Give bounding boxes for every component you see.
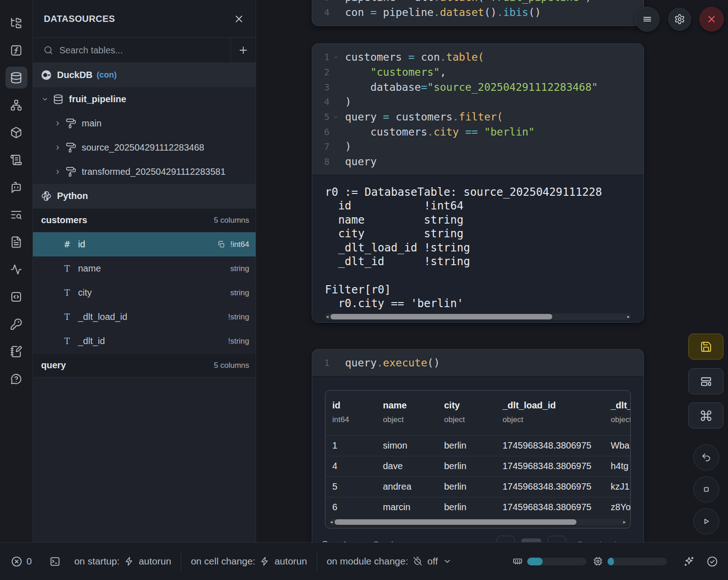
activity-item-network[interactable]: [5, 94, 27, 116]
code-cell-query[interactable]: 1customers = con.table(2 "customers",3 d…: [312, 43, 644, 323]
table-column-header[interactable]: idint64: [325, 391, 376, 435]
database-icon: [53, 94, 63, 105]
stop-button[interactable]: [693, 476, 719, 502]
table-row[interactable]: 6marcinberlin1745968348.3806975z8Yo: [325, 497, 630, 517]
activity-item-list-search[interactable]: [5, 204, 27, 225]
layout-button[interactable]: [688, 368, 723, 394]
activity-item-scroll-text[interactable]: [5, 149, 27, 171]
table-column-header[interactable]: cityobject: [437, 391, 496, 435]
token: .: [497, 6, 503, 18]
terminal-button[interactable]: [49, 556, 61, 567]
sparkles-icon[interactable]: [683, 556, 695, 567]
connection-name: DuckDB: [57, 70, 93, 80]
activity-item-bot[interactable]: [5, 176, 27, 198]
shutdown-button[interactable]: [699, 7, 724, 31]
code-text[interactable]: query: [345, 156, 377, 167]
next-page-button[interactable]: [548, 536, 566, 542]
line-number: 6: [312, 126, 330, 137]
circle-check-icon[interactable]: [707, 556, 718, 567]
code-text[interactable]: ): [345, 96, 351, 108]
code-cell-execute[interactable]: 1query.execute() idint64nameobjectcityob…: [312, 349, 644, 542]
fold-chevron-icon[interactable]: [330, 114, 341, 120]
column-city[interactable]: Tcitystring: [33, 281, 256, 305]
code-cell-setup[interactable]: 3pipeline = dlt.attach("fruit_pipeline")…: [312, 0, 644, 26]
activity-item-box[interactable]: [5, 121, 27, 143]
setting-value: autorun: [139, 556, 171, 567]
activity-item-help-circle[interactable]: [5, 368, 27, 390]
column-_dlt_load_id[interactable]: T_dlt_load_id!string: [33, 305, 256, 329]
code-text[interactable]: customers.city == "berlin": [345, 126, 534, 138]
token: "customers": [370, 66, 440, 78]
horizontal-scrollbar[interactable]: ◂ ▸: [325, 314, 631, 320]
column-dtype: string: [230, 264, 249, 273]
scrollbar-thumb[interactable]: [335, 519, 576, 525]
scrollbar-thumb[interactable]: [330, 314, 552, 319]
code-editor[interactable]: 1customers = con.table(2 "customers",3 d…: [312, 44, 644, 175]
page-number-box[interactable]: [521, 538, 541, 542]
column-_dlt_id[interactable]: T_dlt_id!string: [33, 329, 256, 353]
save-button[interactable]: [688, 334, 723, 360]
chevron-down-icon: [41, 95, 49, 103]
tree-schema-transformed_202504291112283581[interactable]: transformed_202504291112283581: [33, 160, 256, 184]
table-cell: dave: [376, 461, 437, 471]
code-text[interactable]: pipeline = dlt.attach("fruit_pipeline"): [345, 0, 592, 3]
connection-duckdb[interactable]: DuckDB(con): [33, 63, 256, 87]
add-datasource-button[interactable]: [230, 38, 256, 63]
scroll-left-arrow[interactable]: ◂: [329, 519, 334, 525]
code-text[interactable]: query = customers.filter(: [345, 111, 503, 123]
code-text[interactable]: database="source_202504291112283468": [345, 81, 598, 93]
undo-button[interactable]: [693, 444, 719, 470]
settings-button[interactable]: [668, 8, 691, 31]
activity-item-database[interactable]: [5, 67, 27, 89]
code-text[interactable]: ): [345, 141, 351, 152]
command-palette-button[interactable]: [688, 402, 723, 428]
code-editor[interactable]: 1query.execute(): [312, 350, 644, 376]
run-button[interactable]: [693, 508, 719, 534]
table-header-row: idint64nameobjectcityobject_dlt_load_ido…: [325, 391, 630, 435]
table-cell: simon: [376, 440, 437, 451]
table-cell: 1745968348.3806975: [496, 440, 604, 451]
activity-item-key[interactable]: [5, 313, 27, 335]
table-row[interactable]: 4daveberlin1745968348.3806975h4tg: [325, 456, 630, 476]
runtime-setting-autorun[interactable]: on startup:autorun: [74, 556, 171, 567]
code-text[interactable]: query.execute(): [345, 357, 440, 369]
activity-item-activity[interactable]: [5, 258, 27, 280]
chevron-right-icon: [54, 120, 62, 127]
section-python[interactable]: Python: [33, 184, 256, 208]
runtime-setting-autorun[interactable]: on cell change:autorun: [191, 556, 307, 567]
table-column-header[interactable]: _dlt_load_idobject: [496, 391, 604, 435]
column-name[interactable]: Tnamestring: [33, 256, 256, 281]
line-number: 2: [312, 67, 330, 78]
error-counter[interactable]: 0: [11, 556, 32, 567]
menu-button[interactable]: [635, 7, 660, 31]
search-input[interactable]: Search tables...: [59, 45, 230, 56]
activity-item-file-text[interactable]: [5, 231, 27, 253]
table-customers[interactable]: customers5 columns: [33, 208, 256, 232]
fold-chevron-icon[interactable]: [330, 54, 341, 60]
resource-memory: [513, 556, 587, 566]
table-row[interactable]: 5andreaberlin1745968348.3806975kzJ1: [325, 476, 630, 497]
table-horizontal-scrollbar[interactable]: ◂ ▸: [329, 519, 627, 525]
activity-item-code-square[interactable]: [5, 286, 27, 308]
setting-value: off: [427, 556, 438, 567]
table-query[interactable]: query5 columns: [33, 353, 256, 377]
table-column-header[interactable]: nameobject: [376, 391, 437, 435]
runtime-setting-off[interactable]: on module change:off: [327, 556, 453, 567]
tree-schema-main[interactable]: main: [33, 111, 256, 136]
tree-schema-source_202504291112283468[interactable]: source_202504291112283468: [33, 136, 256, 160]
scroll-right-arrow[interactable]: ▸: [622, 519, 627, 525]
activity-item-folder-tree[interactable]: [5, 12, 27, 34]
close-panel-icon[interactable]: [233, 13, 245, 25]
activity-item-notebook-pen[interactable]: [5, 340, 27, 362]
column-id[interactable]: #id!int64: [33, 232, 256, 256]
code-text[interactable]: con = pipeline.dataset().ibis(): [345, 6, 541, 18]
tree-database-fruit_pipeline[interactable]: fruit_pipeline: [33, 87, 256, 111]
prev-page-button[interactable]: [497, 536, 515, 542]
scroll-left-arrow[interactable]: ◂: [325, 314, 330, 320]
scroll-right-arrow[interactable]: ▸: [626, 314, 631, 320]
table-row[interactable]: 1simonberlin1745968348.3806975Wba: [325, 435, 630, 456]
activity-item-function-square[interactable]: [5, 39, 27, 61]
code-text[interactable]: "customers",: [345, 66, 446, 78]
code-text[interactable]: customers = con.table(: [345, 51, 484, 63]
table-column-header[interactable]: _dlt_idobject: [604, 391, 631, 435]
